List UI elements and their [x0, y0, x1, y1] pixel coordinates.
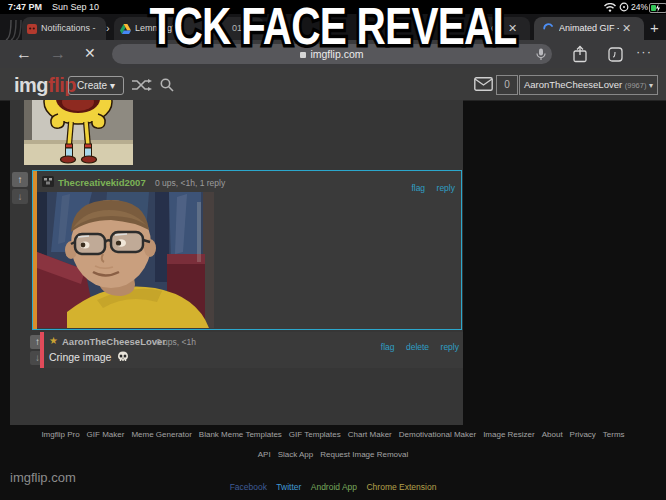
- orientation-lock-icon: [619, 2, 629, 12]
- tab-notifications[interactable]: Notifications -: [22, 17, 106, 40]
- battery-percent: 24%: [631, 2, 648, 12]
- comment-meta: 0 ups, <1h, 1 reply: [155, 178, 225, 188]
- footer-social-row: Facebook Twitter Android App Chrome Exte…: [0, 482, 666, 492]
- footer-link[interactable]: Slack App: [278, 450, 314, 459]
- reply-comment: ★ AaronTheCheeseLover 0 ups, <1h flag de…: [40, 332, 463, 368]
- reply-link[interactable]: reply: [441, 342, 459, 352]
- back-icon[interactable]: ←: [16, 45, 32, 63]
- mic-icon[interactable]: [536, 48, 546, 61]
- battery-icon: [649, 3, 666, 13]
- tab-overflow-chevron[interactable]: ›: [106, 22, 110, 34]
- close-tab-icon[interactable]: ✕: [622, 22, 631, 35]
- date: Sun Sep 10: [52, 2, 99, 12]
- twitter-link[interactable]: Twitter: [276, 482, 301, 492]
- footer-link[interactable]: Demotivational Maker: [399, 430, 476, 439]
- tab-label: Animated GIF -: [559, 23, 619, 33]
- multitask-dots-icon: ···: [322, 1, 336, 10]
- star-avatar-icon[interactable]: ★: [49, 335, 58, 346]
- upvote-button[interactable]: ↑: [12, 172, 28, 187]
- wifi-icon: [604, 3, 616, 12]
- footer-link[interactable]: Meme Generator: [131, 430, 191, 439]
- footer-link[interactable]: Request Image Removal: [320, 450, 408, 459]
- google-drive-favicon: [120, 24, 131, 34]
- screenshot-root: 7:47 PM Sun Sep 10 ··· 24%: [0, 0, 666, 500]
- footer-link[interactable]: API: [258, 450, 271, 459]
- avatar[interactable]: [42, 176, 54, 187]
- tab-covered[interactable]: Goo ✕: [470, 17, 530, 40]
- notification-count-badge[interactable]: 0: [496, 75, 518, 95]
- comment-username[interactable]: AaronTheCheeseLover: [62, 336, 166, 347]
- comment: Thecreativekid2007 0 ups, <1h, 1 reply f…: [32, 170, 462, 330]
- browser-nav-bar: ← → ✕ imgflip.com ···: [0, 40, 666, 68]
- android-app-link[interactable]: Android App: [311, 482, 357, 492]
- downvote-button[interactable]: ↓: [12, 189, 28, 204]
- forward-icon[interactable]: →: [50, 45, 66, 63]
- comment-text: Cringe image: [49, 351, 129, 363]
- mail-icon[interactable]: [474, 77, 493, 91]
- user-menu[interactable]: AaronTheCheeseLover (9967) ▾: [519, 75, 658, 95]
- facebook-link[interactable]: Facebook: [230, 482, 267, 492]
- imgflip-notifications-favicon: [27, 24, 37, 34]
- search-icon[interactable]: [160, 78, 174, 92]
- flag-link[interactable]: flag: [411, 183, 425, 193]
- comment-meta: 0 ups, <1h: [156, 337, 196, 347]
- tab-switcher-icon[interactable]: [608, 47, 623, 62]
- covered-tab-title-fragment: Goo: [484, 23, 501, 33]
- tab-label: Notifications -: [41, 23, 103, 33]
- footer-link[interactable]: Terms: [603, 430, 625, 439]
- footer-link[interactable]: About: [542, 430, 563, 439]
- footer-link[interactable]: Chart Maker: [348, 430, 392, 439]
- footer-link[interactable]: Imgflip Pro: [41, 430, 79, 439]
- url-text: imgflip.com: [112, 48, 552, 60]
- stop-icon[interactable]: ✕: [84, 45, 96, 61]
- chrome-extension-link[interactable]: Chrome Extension: [366, 482, 436, 492]
- comment-actions: flag delete reply: [374, 336, 459, 354]
- footer-link[interactable]: GIF Maker: [87, 430, 125, 439]
- share-icon[interactable]: [572, 45, 588, 63]
- comment-accent-bar: [40, 332, 44, 368]
- browser-menu-icon[interactable]: ···: [636, 44, 652, 59]
- username: AaronTheCheeseLover: [524, 79, 622, 90]
- status-bar: 7:47 PM Sun Sep 10 ··· 24%: [0, 0, 666, 14]
- comment-actions: flag reply: [404, 177, 455, 195]
- chevron-down-icon: ▾: [649, 81, 653, 90]
- footer-link[interactable]: Image Resizer: [483, 430, 535, 439]
- polar-express-kid-image[interactable]: [37, 192, 214, 328]
- shuffle-icon[interactable]: [132, 79, 152, 91]
- tab-lemming[interactable]: Lemming' 013: [114, 17, 264, 40]
- clock: 7:47 PM: [8, 2, 42, 12]
- covered-tab-title-fragment: 013: [232, 23, 247, 33]
- create-button[interactable]: Create ▾: [68, 76, 124, 95]
- loading-spinner-icon: [543, 23, 554, 34]
- delete-link[interactable]: delete: [406, 342, 429, 352]
- reply-link[interactable]: reply: [437, 183, 455, 193]
- footer-links-row2: APISlack AppRequest Image Removal: [0, 450, 666, 459]
- new-tab-icon[interactable]: +: [650, 19, 659, 36]
- footer-link[interactable]: Privacy: [570, 430, 596, 439]
- user-points: (9967): [625, 81, 647, 90]
- tab-animated-gif-active[interactable]: Animated GIF - ✕: [534, 17, 644, 40]
- flag-link[interactable]: flag: [381, 342, 395, 352]
- lemming-gif-image[interactable]: [24, 100, 133, 165]
- footer-link[interactable]: Blank Meme Templates: [199, 430, 282, 439]
- skull-emoji-icon: [117, 351, 129, 363]
- imgflip-header: imgflip Create ▾ 0 AaronTheCheeseLover (…: [0, 68, 666, 101]
- imgflip-logo[interactable]: imgflip: [14, 74, 76, 97]
- footer-links-row1: Imgflip ProGIF MakerMeme GeneratorBlank …: [0, 430, 666, 439]
- close-tab-icon[interactable]: ✕: [508, 22, 517, 35]
- lock-icon: [300, 52, 306, 58]
- comment-username[interactable]: Thecreativekid2007: [58, 177, 146, 188]
- tab-strip: Notifications - › Lemming' 013 Goo ✕ Ani…: [0, 14, 666, 40]
- tab-label: Lemming': [135, 23, 177, 33]
- footer-link[interactable]: GIF Templates: [289, 430, 341, 439]
- stacked-tabs-icon[interactable]: [2, 18, 22, 40]
- address-bar[interactable]: imgflip.com: [112, 44, 552, 64]
